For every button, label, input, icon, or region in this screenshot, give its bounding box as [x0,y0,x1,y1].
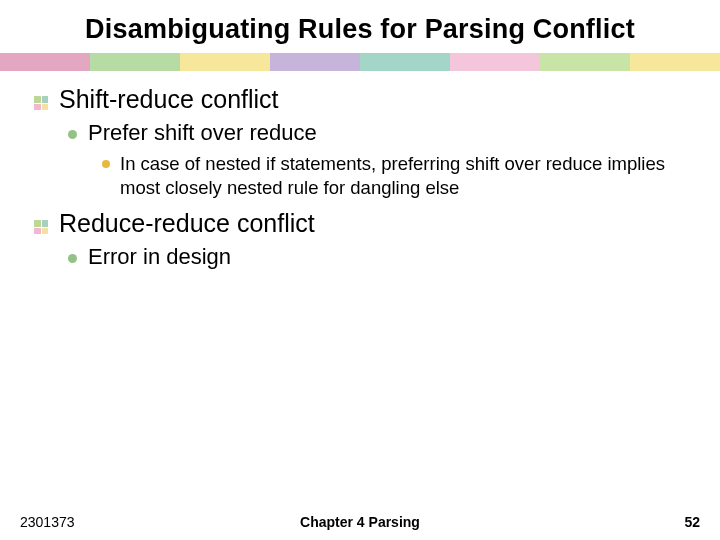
divider-bar [0,53,720,71]
slide-title: Disambiguating Rules for Parsing Conflic… [30,14,690,45]
divider-seg [360,53,450,71]
divider-seg [630,53,720,71]
title-area: Disambiguating Rules for Parsing Conflic… [0,0,720,53]
section-heading: Reduce-reduce conflict [34,209,686,238]
divider-seg [180,53,270,71]
footer: 2301373 Chapter 4 Parsing 52 [0,514,720,530]
divider-seg [270,53,360,71]
dot-bullet-icon [68,254,77,263]
content-area: Shift-reduce conflict Prefer shift over … [0,71,720,270]
divider-seg [450,53,540,71]
dot-bullet-icon [68,130,77,139]
chapter-label: Chapter 4 Parsing [300,514,420,530]
course-code: 2301373 [20,514,75,530]
divider-seg [0,53,90,71]
bullet-item: Prefer shift over reduce [68,120,686,146]
sub-bullet-item-text: In case of nested if statements, preferr… [120,152,686,199]
section-heading-text: Shift-reduce conflict [59,85,279,114]
page-number: 52 [684,514,700,530]
bullet-item-text: Prefer shift over reduce [88,120,317,146]
bullet-item: Error in design [68,244,686,270]
divider-seg [540,53,630,71]
section-heading-text: Reduce-reduce conflict [59,209,315,238]
bullet-item-text: Error in design [88,244,231,270]
section-heading: Shift-reduce conflict [34,85,686,114]
square-bullet-icon [34,96,48,110]
divider-seg [90,53,180,71]
square-bullet-icon [34,220,48,234]
sub-dot-bullet-icon [102,160,110,168]
sub-bullet-item: In case of nested if statements, preferr… [102,152,686,199]
